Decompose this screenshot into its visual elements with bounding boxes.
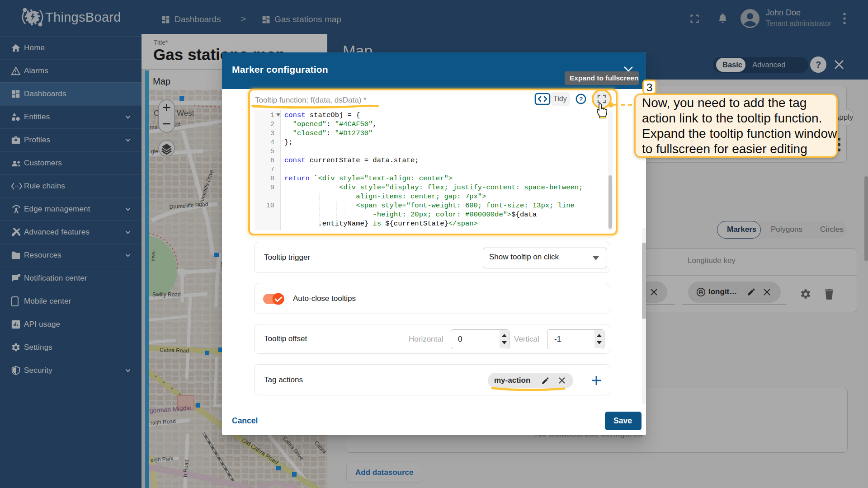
svg-text:?: ? [579,96,583,103]
